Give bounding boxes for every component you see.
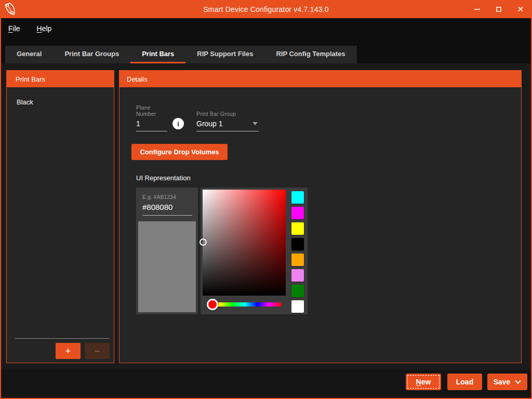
minimize-icon[interactable] xyxy=(470,3,484,16)
color-swatch[interactable] xyxy=(291,191,304,204)
titlebar: Smart Device Configurator v4.7.143.0 ✕ xyxy=(0,0,532,18)
print-bars-panel: Print Bars Black + − xyxy=(6,70,114,363)
color-swatch[interactable] xyxy=(291,254,304,266)
hex-placeholder-label: E.g. #AB1234 xyxy=(142,194,192,200)
remove-print-bar-button[interactable]: − xyxy=(85,343,110,359)
plane-number-field: Plane Number xyxy=(136,104,167,131)
tab-rip-support-files[interactable]: RIP Support Files xyxy=(185,46,264,63)
color-swatch[interactable] xyxy=(291,285,304,297)
print-bar-group-value: Group 1 xyxy=(196,119,223,128)
load-button[interactable]: Load xyxy=(447,374,482,390)
swatch-column xyxy=(291,191,304,313)
add-print-bar-button[interactable]: + xyxy=(56,343,81,359)
minus-icon: − xyxy=(95,347,100,356)
print-bar-group-field: Print Bar Group Group 1 xyxy=(196,111,259,131)
details-panel-header: Details xyxy=(119,71,521,87)
chevron-down-icon xyxy=(515,380,521,384)
details-fields-row: Plane Number i Print Bar Group Group 1 xyxy=(136,104,521,131)
print-bar-group-label: Print Bar Group xyxy=(196,111,259,117)
gradient-square[interactable] xyxy=(203,190,286,296)
window-title: Smart Device Configurator v4.7.143.0 xyxy=(0,5,532,14)
color-swatch[interactable] xyxy=(291,238,304,250)
new-button[interactable]: New xyxy=(406,374,441,390)
plane-number-label: Plane Number xyxy=(136,104,167,117)
hex-color-input[interactable] xyxy=(142,203,192,216)
details-panel: Details Plane Number i Print Bar Group G… xyxy=(119,70,522,363)
list-item-black[interactable]: Black xyxy=(7,96,114,108)
tab-general[interactable]: General xyxy=(5,46,53,63)
color-picker: E.g. #AB1234 xyxy=(136,188,521,314)
close-icon[interactable]: ✕ xyxy=(513,3,528,16)
print-bars-panel-header: Print Bars xyxy=(7,71,114,87)
hex-color-box: E.g. #AB1234 xyxy=(136,188,198,314)
hue-slider[interactable] xyxy=(208,302,282,307)
configure-drop-volumes-button[interactable]: Configure Drop Volumes xyxy=(131,144,228,160)
tab-print-bar-groups[interactable]: Print Bar Groups xyxy=(53,46,130,63)
plane-number-input[interactable] xyxy=(136,119,167,128)
color-preview xyxy=(138,221,196,312)
print-bars-list: Black xyxy=(7,87,114,108)
plus-icon: + xyxy=(65,347,71,356)
hue-slider-handle[interactable] xyxy=(207,299,218,310)
chevron-down-icon xyxy=(252,122,258,125)
maximize-icon[interactable] xyxy=(491,3,506,16)
tab-strip: General Print Bar Groups Print Bars RIP … xyxy=(5,46,357,63)
menubar: File Help xyxy=(1,18,531,39)
save-button[interactable]: Save xyxy=(487,374,527,390)
color-swatch[interactable] xyxy=(291,207,304,219)
menu-help[interactable]: Help xyxy=(37,24,52,33)
print-bar-group-dropdown[interactable]: Group 1 xyxy=(196,117,259,131)
color-swatch[interactable] xyxy=(291,222,304,235)
tab-rip-config-templates[interactable]: RIP Config Templates xyxy=(264,46,356,63)
saturation-value-selector[interactable] xyxy=(200,238,207,246)
info-icon[interactable]: i xyxy=(172,118,184,129)
menu-file[interactable]: File xyxy=(8,24,20,33)
tab-print-bars[interactable]: Print Bars xyxy=(130,46,185,63)
color-swatch[interactable] xyxy=(291,269,304,282)
color-swatch[interactable] xyxy=(291,300,304,313)
gradient-picker-box xyxy=(201,188,308,314)
ui-representation-label: UI Representation xyxy=(136,174,521,182)
